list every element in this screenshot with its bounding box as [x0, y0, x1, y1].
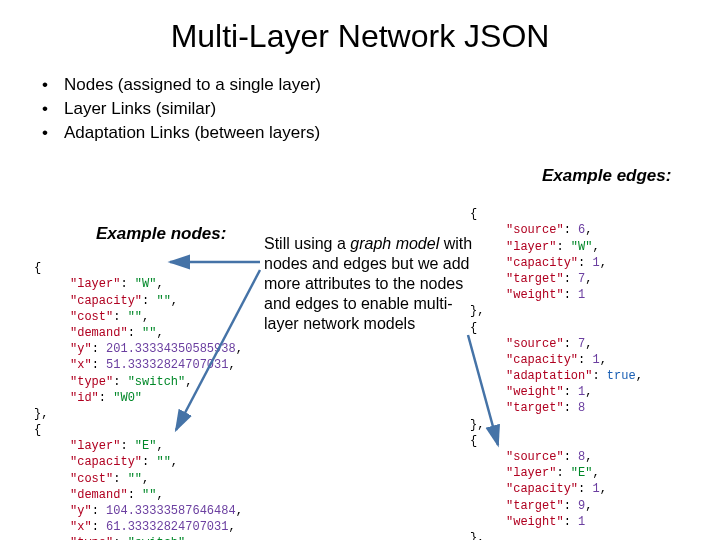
- slide-title: Multi-Layer Network JSON: [0, 0, 720, 55]
- bullet-item: Nodes (assigned to a single layer): [42, 73, 720, 97]
- description-text: Still using a graph model with nodes and…: [264, 234, 482, 334]
- bullet-list: Nodes (assigned to a single layer) Layer…: [42, 73, 720, 144]
- desc-emph: graph model: [350, 235, 439, 252]
- example-edges-label: Example edges:: [542, 166, 671, 186]
- example-nodes-code: { "layer": "W", "capacity": "", "cost": …: [34, 244, 243, 540]
- example-edges-code: { "source": 6, "layer": "W", "capacity":…: [470, 190, 643, 540]
- bullet-item: Layer Links (similar): [42, 97, 720, 121]
- bullet-item: Adaptation Links (between layers): [42, 121, 720, 145]
- desc-part: Still using a: [264, 235, 350, 252]
- example-nodes-label: Example nodes:: [96, 224, 226, 244]
